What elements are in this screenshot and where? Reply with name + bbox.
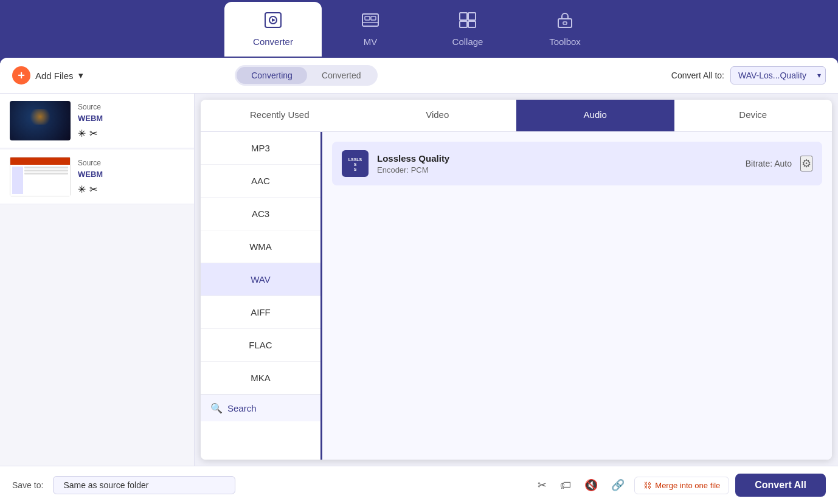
nav-converter-label: Converter xyxy=(253,36,293,47)
merge-label: Merge into one file xyxy=(655,481,720,490)
content-area: Source WEBM ✳ ✂ xyxy=(0,94,838,466)
add-files-button[interactable]: + Add Files ▾ xyxy=(12,66,83,85)
svg-text:S: S xyxy=(354,162,357,167)
format-tabs: Recently Used Video Audio Device xyxy=(201,100,832,132)
converter-icon xyxy=(264,12,282,33)
bitrate-label: Bitrate: xyxy=(746,159,772,168)
svg-rect-5 xyxy=(371,16,376,20)
format-mp3[interactable]: MP3 xyxy=(201,132,320,165)
nav-converter[interactable]: Converter xyxy=(224,2,322,57)
merge-button[interactable]: ⛓ Merge into one file xyxy=(634,477,729,494)
file-cut-button[interactable]: ✂ xyxy=(89,128,97,139)
mv-icon xyxy=(361,12,379,33)
file-info: Source WEBM ✳ ✂ xyxy=(78,159,184,195)
format-ac3[interactable]: AC3 xyxy=(201,198,320,230)
format-wma[interactable]: WMA xyxy=(201,230,320,263)
add-files-icon: + xyxy=(12,66,30,85)
convert-all-section: Convert All to: WAV-Los...Quality ▾ xyxy=(671,66,826,85)
tag-off2-button[interactable]: 🔇 xyxy=(581,475,601,495)
nav-mv[interactable]: MV xyxy=(322,2,419,57)
converting-tab[interactable]: Converting xyxy=(237,67,307,84)
convert-all-select-wrapper: WAV-Los...Quality ▾ xyxy=(730,66,826,85)
format-mka[interactable]: MKA xyxy=(201,362,320,395)
file-source-label: Source xyxy=(78,103,184,111)
format-body: MP3 AAC AC3 WMA WAV AIFF FLAC MKA 🔍 Sear… xyxy=(201,132,832,460)
link-button[interactable]: 🔗 xyxy=(608,475,628,495)
svg-text:S: S xyxy=(354,167,357,171)
tab-device[interactable]: Device xyxy=(674,100,833,131)
format-list: MP3 AAC AC3 WMA WAV AIFF FLAC MKA 🔍 Sear… xyxy=(201,132,322,460)
file-cut-button[interactable]: ✂ xyxy=(89,184,97,195)
encoder-label: Encoder: xyxy=(377,165,409,174)
file-star-button[interactable]: ✳ xyxy=(78,184,86,195)
top-nav: Converter MV Col xyxy=(0,0,838,58)
quality-bitrate: Bitrate: Auto xyxy=(746,159,792,168)
file-format-label: WEBM xyxy=(78,170,184,179)
converting-tabs: Converting Converted xyxy=(235,65,377,86)
svg-rect-4 xyxy=(365,16,370,20)
file-actions: ✳ ✂ xyxy=(78,128,184,139)
bitrate-value: Auto xyxy=(774,159,792,168)
nav-mv-label: MV xyxy=(364,36,378,47)
thumb-line xyxy=(24,167,68,168)
thumb-line xyxy=(24,173,68,174)
tab-video[interactable]: Video xyxy=(359,100,517,131)
quality-name: Lossless Quality xyxy=(377,153,737,164)
toolbar: + Add Files ▾ Converting Converted Conve… xyxy=(0,58,838,94)
svg-rect-11 xyxy=(558,19,572,27)
add-files-label: Add Files xyxy=(35,71,74,81)
search-label: Search xyxy=(227,403,257,413)
nav-collage[interactable]: Collage xyxy=(419,2,516,57)
convert-all-label: Convert All to: xyxy=(671,71,724,80)
file-star-button[interactable]: ✳ xyxy=(78,128,86,139)
save-to-path[interactable]: Same as source folder xyxy=(53,476,235,494)
format-flac[interactable]: FLAC xyxy=(201,329,320,362)
file-thumbnail xyxy=(10,101,71,140)
add-files-dropdown-icon: ▾ xyxy=(78,70,83,81)
converted-tab[interactable]: Converted xyxy=(307,67,376,84)
quality-info: Lossless Quality Encoder: PCM xyxy=(377,153,737,174)
search-icon: 🔍 xyxy=(210,402,223,414)
file-format-label: WEBM xyxy=(78,114,184,123)
quality-item: LSSLS S S Lossless Quality Encoder: PCM xyxy=(332,142,822,185)
nav-toolbox-label: Toolbox xyxy=(549,36,581,47)
format-panel: Recently Used Video Audio Device MP3 AAC… xyxy=(201,100,832,460)
file-item: Source WEBM ✳ ✂ xyxy=(0,94,194,148)
thumb-screen-body xyxy=(10,165,70,196)
clip-button[interactable]: ✂ xyxy=(534,475,550,495)
convert-all-button[interactable]: Convert All xyxy=(735,474,826,497)
svg-text:LSSLS: LSSLS xyxy=(348,157,362,162)
convert-all-select[interactable]: WAV-Los...Quality xyxy=(730,66,826,85)
app-container: Converter MV Col xyxy=(0,0,838,504)
save-to-label: Save to: xyxy=(12,480,43,490)
format-details: LSSLS S S Lossless Quality Encoder: PCM xyxy=(322,132,832,460)
svg-rect-9 xyxy=(460,21,467,27)
quality-settings-button[interactable]: ⚙ xyxy=(800,156,812,171)
bottom-actions: ✂ 🏷 🔇 🔗 ⛓ Merge into one file Convert Al… xyxy=(534,474,826,497)
file-source-label: Source xyxy=(78,159,184,167)
format-search[interactable]: 🔍 Search xyxy=(201,395,320,421)
format-aiff[interactable]: AIFF xyxy=(201,296,320,329)
file-item: Source WEBM ✳ ✂ xyxy=(0,150,194,204)
encoder-value: PCM xyxy=(411,165,429,174)
tab-recently-used[interactable]: Recently Used xyxy=(201,100,359,131)
tag-off-button[interactable]: 🏷 xyxy=(556,475,575,495)
merge-icon: ⛓ xyxy=(643,481,651,490)
thumb-screen-main xyxy=(24,167,68,194)
file-thumbnail xyxy=(10,157,71,196)
thumb-screen xyxy=(10,157,71,196)
format-wav[interactable]: WAV xyxy=(201,263,320,296)
file-list: Source WEBM ✳ ✂ xyxy=(0,94,195,466)
tab-audio[interactable]: Audio xyxy=(516,100,674,131)
svg-rect-12 xyxy=(563,22,567,24)
file-actions: ✳ ✂ xyxy=(78,184,184,195)
quality-icon: LSSLS S S xyxy=(342,150,369,177)
format-aac[interactable]: AAC xyxy=(201,165,320,198)
collage-icon xyxy=(459,12,477,33)
quality-encoder: Encoder: PCM xyxy=(377,165,737,174)
bottom-bar: Save to: Same as source folder ✂ 🏷 🔇 🔗 ⛓… xyxy=(0,466,838,504)
main-content: + Add Files ▾ Converting Converted Conve… xyxy=(0,58,838,504)
nav-toolbox[interactable]: Toolbox xyxy=(516,2,614,57)
toolbox-icon xyxy=(556,12,574,33)
svg-rect-10 xyxy=(468,21,476,27)
